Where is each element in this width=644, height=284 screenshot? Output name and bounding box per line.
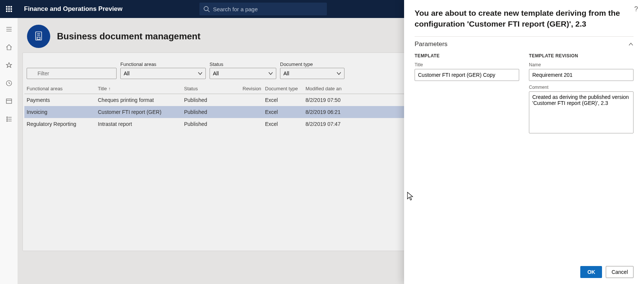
flyout-footer: OK Cancel — [415, 262, 634, 278]
revision-subhead: TEMPLATE REVISION — [529, 53, 634, 58]
workspaces-button[interactable] — [4, 96, 14, 106]
parameters-fields: TEMPLATE Title TEMPLATE REVISION Name Co… — [415, 53, 634, 135]
chevron-up-icon — [628, 42, 634, 47]
cancel-button[interactable]: Cancel — [606, 266, 634, 278]
template-column: TEMPLATE Title — [415, 53, 519, 135]
flyout-heading: You are about to create new template der… — [415, 7, 634, 36]
waffle-icon — [6, 6, 12, 12]
search-input[interactable] — [199, 3, 327, 15]
svg-rect-6 — [6, 99, 12, 103]
modules-button[interactable] — [4, 114, 14, 124]
search-icon — [203, 6, 210, 12]
parameters-label: Parameters — [415, 40, 448, 48]
comment-textarea[interactable] — [529, 91, 634, 133]
title-input[interactable] — [415, 69, 519, 81]
left-rail — [0, 18, 18, 284]
title-field-label: Title — [415, 62, 519, 67]
create-template-flyout: ? You are about to create new template d… — [404, 0, 644, 284]
home-button[interactable] — [4, 42, 14, 52]
recent-button[interactable] — [4, 78, 14, 88]
svg-point-8 — [6, 117, 7, 118]
favorites-button[interactable] — [4, 60, 14, 70]
app-launcher-button[interactable] — [0, 0, 18, 18]
help-button[interactable]: ? — [634, 5, 638, 13]
parameters-section-toggle[interactable]: Parameters — [415, 36, 634, 53]
comment-field-label: Comment — [529, 85, 634, 90]
svg-point-0 — [204, 6, 208, 10]
revision-column: TEMPLATE REVISION Name Comment — [529, 53, 634, 135]
name-input[interactable] — [529, 69, 634, 81]
app-title: Finance and Operations Preview — [24, 5, 123, 13]
hamburger-button[interactable] — [4, 24, 14, 34]
template-subhead: TEMPLATE — [415, 53, 519, 58]
svg-point-9 — [6, 119, 7, 120]
search-wrap — [199, 3, 327, 15]
cursor-icon — [407, 192, 414, 202]
ok-button[interactable]: OK — [580, 266, 602, 278]
svg-line-1 — [208, 10, 210, 12]
name-field-label: Name — [529, 62, 634, 67]
svg-point-10 — [6, 121, 7, 122]
